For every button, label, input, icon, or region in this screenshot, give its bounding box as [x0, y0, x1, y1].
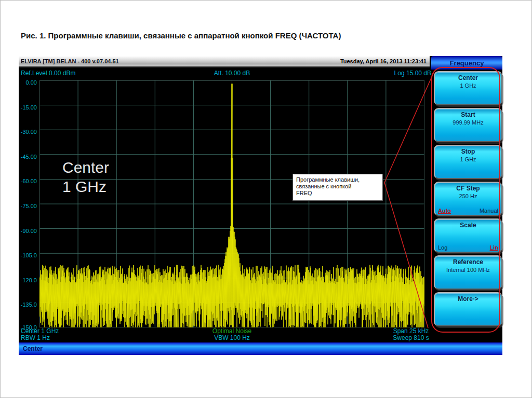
softkey-value: 250 Hz	[435, 193, 501, 199]
callout-note: Программные клавиши, связанные с кнопкой…	[292, 174, 383, 201]
softkey-scale-button[interactable]: Scale Log Lin	[434, 218, 502, 253]
softkey-option-log[interactable]: Log	[438, 244, 447, 251]
softkey-title: Stop	[435, 148, 501, 155]
active-field-bar: Center	[19, 342, 502, 355]
scale-readout: Log 15.00 dB	[327, 70, 431, 77]
y-tick-label: -45.00	[18, 154, 37, 160]
app-title: ELVIRA [TM] BELAN - 400 v.07.04.51	[19, 58, 119, 64]
bottom-status-row: Center 1 GHz RBW 1 Hz Optimal Noise VBW …	[19, 327, 502, 342]
sweep-readout: Sweep 810 s	[372, 335, 450, 341]
softkey-column: Center 1 GHz Start 999.99 MHz Stop 1 GHz…	[434, 71, 502, 326]
callout-line2: связанные с кнопкой	[296, 183, 379, 190]
softkey-value: 999.99 MHz	[435, 119, 501, 126]
clock-datetime: Tuesday, April 16, 2013 11:23:41	[340, 58, 430, 64]
callout-line3: FREQ	[296, 190, 379, 197]
plot-center-annotation: Center 1 GHz	[62, 158, 109, 196]
softkey-option-lin[interactable]: Lin	[490, 244, 499, 251]
softkey-center-button[interactable]: Center 1 GHz	[434, 71, 502, 105]
plot-center-annotation-line1: Center	[62, 158, 109, 177]
softkey-menu-header: Frequency	[431, 56, 502, 70]
analyzer-screen: ELVIRA [TM] BELAN - 400 v.07.04.51 Tuesd…	[19, 56, 502, 355]
y-tick-label: -105.0	[18, 252, 37, 258]
y-tick-label: -75.00	[18, 203, 37, 209]
softkey-value: 1 GHz	[435, 83, 501, 89]
softkey-title: Center	[435, 74, 501, 81]
softkey-title: Scale	[435, 222, 501, 229]
softkey-value: Internal 100 MHz	[435, 267, 501, 273]
softkey-title: Reference	[435, 258, 501, 266]
callout-line1: Программные клавиши,	[296, 176, 379, 183]
vbw-readout: VBW 100 Hz	[39, 335, 424, 341]
softkey-start-button[interactable]: Start 999.99 MHz	[434, 108, 502, 142]
softkey-value: 1 GHz	[435, 156, 501, 162]
softkey-option-manual[interactable]: Manual	[480, 208, 498, 214]
spectrum-plot-canvas	[39, 80, 424, 327]
softkey-title: CF Step	[435, 185, 501, 192]
softkey-title: More->	[435, 295, 501, 303]
y-tick-label: -90.00	[18, 228, 37, 234]
y-tick-label: -30.00	[18, 129, 37, 135]
spectrum-trace	[39, 84, 424, 327]
softkey-option-auto[interactable]: Auto	[438, 208, 451, 214]
softkey-cf-step-button[interactable]: CF Step 250 Hz Auto Manual	[434, 182, 502, 216]
figure-caption: Рис. 1. Программные клавиши, связанные с…	[21, 31, 341, 40]
top-status-row: Ref.Level 0.00 dBm Att. 10.00 dB Log 15.…	[19, 68, 502, 79]
title-bar: ELVIRA [TM] BELAN - 400 v.07.04.51 Tuesd…	[19, 56, 430, 67]
softkey-title: Start	[435, 111, 501, 118]
y-tick-label: -135.0	[18, 301, 37, 308]
y-tick-label: -120.0	[18, 277, 37, 283]
spectrum-plot	[39, 80, 424, 327]
y-tick-label: -60.00	[18, 178, 37, 184]
plot-center-annotation-line2: 1 GHz	[62, 177, 109, 196]
softkey-stop-button[interactable]: Stop 1 GHz	[434, 145, 502, 179]
softkey-reference-button[interactable]: Reference Internal 100 MHz	[434, 255, 502, 290]
y-tick-label: 0.00	[18, 79, 37, 86]
y-tick-label: -15.00	[18, 104, 37, 111]
softkey-more-button[interactable]: More->	[434, 292, 502, 326]
